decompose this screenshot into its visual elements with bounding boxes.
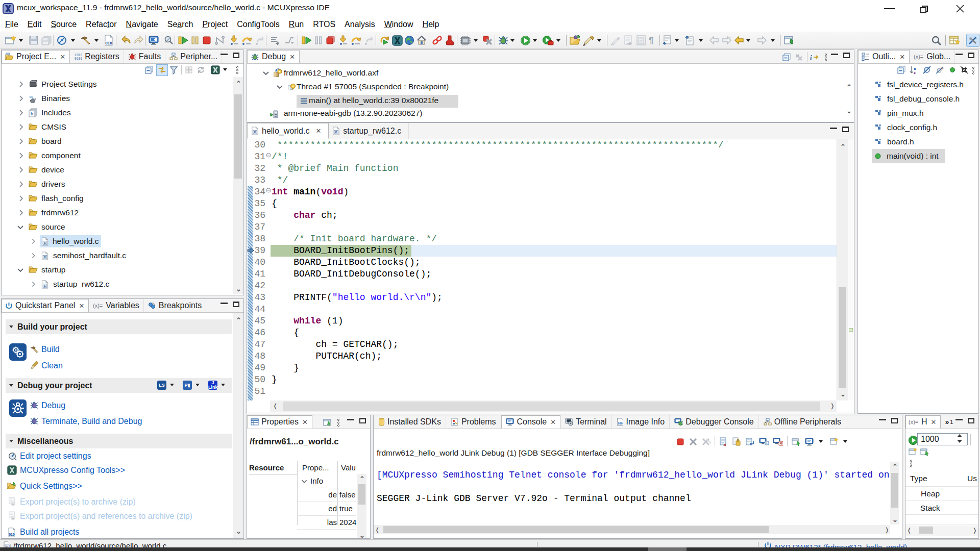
svg-text:(x)=: (x)= bbox=[909, 419, 918, 425]
svg-text:(x)=: (x)= bbox=[93, 303, 103, 309]
svg-text:1010: 1010 bbox=[75, 54, 82, 57]
svg-text:i: i bbox=[810, 54, 812, 61]
svg-text:0101: 0101 bbox=[75, 57, 82, 61]
svg-text:010: 010 bbox=[105, 41, 112, 45]
svg-text:010: 010 bbox=[9, 533, 15, 536]
svg-text:h: h bbox=[31, 111, 34, 116]
svg-text:(x)=: (x)= bbox=[914, 54, 923, 60]
svg-text:010: 010 bbox=[618, 422, 622, 425]
svg-text:z: z bbox=[914, 70, 916, 75]
